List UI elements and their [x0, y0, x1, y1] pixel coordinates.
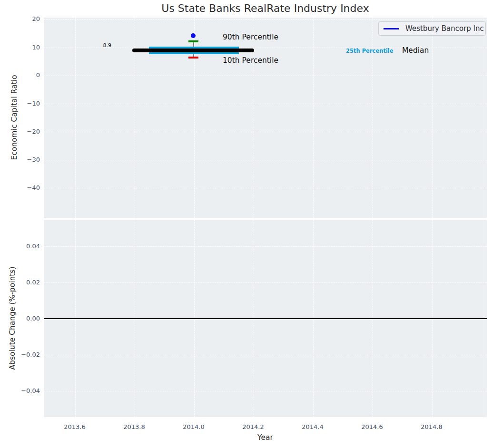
percentile-90-cap	[188, 40, 198, 42]
xtick-label: 2014.8	[414, 423, 449, 431]
gridline	[44, 355, 487, 355]
ytick-label: −0.04	[10, 387, 40, 395]
xtick-label: 2014.4	[295, 423, 330, 431]
legend-line-sample	[384, 28, 399, 29]
gridline	[44, 19, 487, 19]
gridline	[44, 246, 487, 247]
gridline	[44, 160, 487, 160]
xtick-label: 2014.6	[355, 423, 389, 431]
xtick-label: 2014.2	[236, 423, 270, 431]
figure: Us State Banks RealRate Industry Index	[0, 0, 492, 448]
gridline	[44, 282, 487, 283]
gridline	[75, 18, 76, 218]
company-data-point	[191, 33, 196, 38]
gridline	[313, 18, 314, 218]
xtick-label: 2013.8	[117, 423, 151, 431]
gridline	[44, 76, 487, 76]
ytick-label: 0.04	[10, 243, 40, 250]
y-axis-label-bottom: Absolute Change (%-points)	[8, 267, 17, 370]
gridline	[135, 18, 135, 218]
percentile-90-annotation: 90th Percentile	[223, 33, 278, 41]
median-annotation: Median	[402, 46, 429, 55]
xtick-label: 2013.6	[58, 423, 92, 431]
gridline	[44, 104, 487, 104]
median-value-annotation: 8.9	[92, 42, 111, 49]
legend-label: Westbury Bancorp Inc	[405, 24, 484, 33]
x-axis-label: Year	[44, 433, 487, 442]
xtick-label: 2014.0	[177, 423, 211, 431]
median-line	[132, 49, 254, 52]
ytick-label: 10	[10, 44, 40, 51]
y-axis-label-top: Economic Capital Ratio	[10, 75, 19, 160]
gridline	[44, 391, 487, 391]
chart-title: Us State Banks RealRate Industry Index	[44, 2, 487, 14]
zero-change-line	[44, 318, 487, 319]
ytick-label: −40	[10, 184, 40, 192]
percentile-10-annotation: 10th Percentile	[223, 56, 278, 65]
legend: Westbury Bancorp Inc	[378, 21, 486, 36]
ytick-label: 20	[10, 15, 40, 23]
gridline	[254, 18, 254, 218]
percentile-25-annotation: 25th Percentile	[346, 48, 394, 54]
gridline	[44, 132, 487, 132]
gridline	[432, 18, 433, 218]
gridline	[44, 188, 487, 188]
percentile-10-cap	[188, 57, 198, 58]
